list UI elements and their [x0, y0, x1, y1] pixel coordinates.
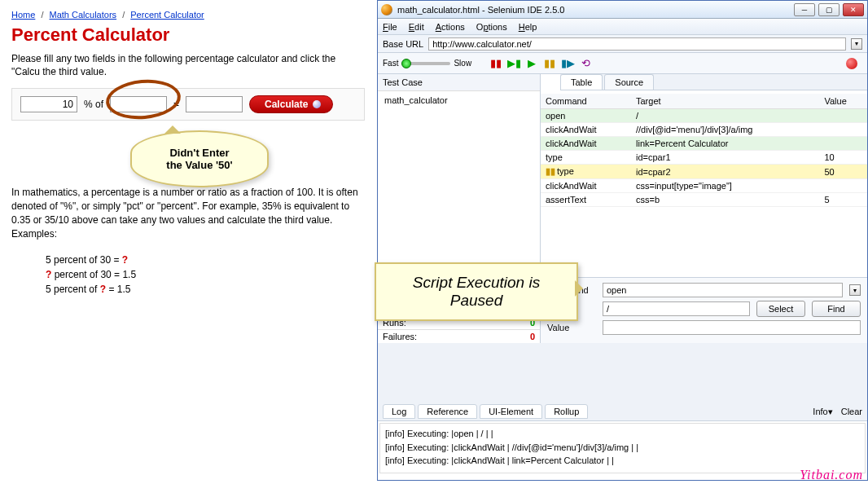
of-label: % of — [84, 99, 103, 110]
detail-target-input[interactable] — [603, 301, 750, 316]
tab-log[interactable]: Log — [383, 404, 415, 419]
breadcrumb-home[interactable]: Home — [11, 10, 35, 20]
rollup-icon[interactable]: ⟲ — [579, 57, 592, 70]
log-info-link[interactable]: Info▾ — [813, 407, 832, 417]
menu-file[interactable]: File — [383, 22, 397, 32]
commands-pane: Table Source Command Target Value open/c… — [541, 74, 867, 343]
result-input[interactable] — [186, 96, 243, 112]
callout-paused: Script Execution is Paused — [375, 262, 578, 321]
log-pane: Log Reference UI-Element Rollup Info▾ Cl… — [377, 403, 868, 481]
baseurl-label: Base URL — [383, 39, 423, 49]
table-row[interactable]: clickAndWaitcss=input[type="image"] — [541, 179, 867, 193]
col-target: Target — [631, 94, 819, 109]
tab-ui-element[interactable]: UI-Element — [480, 404, 542, 419]
close-button[interactable]: ✕ — [843, 3, 864, 16]
examples-list: 5 percent of 30 = ? ? percent of 30 = 1.… — [46, 253, 365, 297]
log-body: [info] Executing: |open | / | |[info] Ex… — [379, 423, 866, 473]
command-table: Command Target Value open/clickAndWait//… — [541, 94, 867, 207]
minimize-button[interactable]: ─ — [794, 3, 815, 16]
breadcrumb-percent[interactable]: Percent Calculator — [130, 10, 204, 20]
cpar1-input[interactable] — [20, 96, 77, 112]
table-row[interactable]: assertTextcss=b5 — [541, 193, 867, 207]
arrow-icon — [313, 100, 321, 108]
description-text: In mathematics, a percentage is a number… — [11, 186, 365, 240]
callout-didnt-enter: Didn't Enter the Value '50' — [130, 130, 269, 187]
log-line: [info] Executing: |clickAndWait | //div[… — [385, 441, 860, 455]
intro-text: Please fill any two fields in the follow… — [11, 52, 365, 78]
firefox-icon — [381, 4, 392, 15]
menu-options[interactable]: Options — [476, 22, 507, 32]
table-row[interactable]: clickAndWait//div[@id='menu']/div[3]/a/i… — [541, 123, 867, 137]
record-icon[interactable] — [846, 58, 857, 69]
pause-marker-icon: ▮▮ — [546, 166, 555, 176]
pause-all-icon[interactable]: ▮▮ — [489, 57, 502, 70]
table-row[interactable]: clickAndWaitlink=Percent Calculator — [541, 137, 867, 151]
menubar: File Edit Actions Options Help — [378, 19, 867, 35]
table-row[interactable]: open/ — [541, 109, 867, 123]
command-dropdown[interactable]: ▾ — [849, 284, 861, 296]
failures-count: 0 — [530, 332, 535, 341]
watermark: Yitbai.com — [800, 468, 863, 482]
titlebar: math_calculator.html - Selenium IDE 2.5.… — [378, 1, 867, 19]
speed-slider[interactable]: Fast Slow — [383, 59, 471, 68]
selenium-ide-window: math_calculator.html - Selenium IDE 2.5.… — [377, 0, 868, 407]
select-button[interactable]: Select — [756, 301, 805, 317]
find-button[interactable]: Find — [812, 301, 861, 317]
testcase-header: Test Case — [378, 74, 540, 91]
testcase-item[interactable]: math_calculator — [378, 93, 540, 108]
tab-reference[interactable]: Reference — [418, 404, 477, 419]
maximize-button[interactable]: ▢ — [818, 3, 840, 16]
log-line: [info] Executing: |clickAndWait | link=P… — [385, 454, 860, 468]
calculator-page: Home / Math Calculators / Percent Calcul… — [0, 0, 376, 484]
log-clear-link[interactable]: Clear — [841, 407, 862, 417]
detail-command-input[interactable] — [603, 283, 843, 297]
detail-value-label: Value — [547, 323, 596, 332]
menu-edit[interactable]: Edit — [409, 22, 424, 32]
step-icon[interactable]: ▮▶ — [561, 57, 574, 70]
page-title: Percent Calculator — [11, 24, 365, 46]
play-suite-icon[interactable]: ▶▮ — [507, 57, 520, 70]
baseurl-dropdown[interactable]: ▾ — [851, 38, 862, 50]
breadcrumb: Home / Math Calculators / Percent Calcul… — [11, 10, 365, 20]
menu-help[interactable]: Help — [519, 22, 537, 32]
table-row[interactable]: ▮▮typeid=cpar250 — [541, 165, 867, 179]
tab-table[interactable]: Table — [560, 74, 603, 90]
baseurl-row: Base URL ▾ — [378, 35, 867, 53]
col-command: Command — [541, 94, 631, 109]
menu-actions[interactable]: Actions — [436, 22, 465, 32]
window-title: math_calculator.html - Selenium IDE 2.5.… — [397, 5, 794, 15]
cpar2-input[interactable] — [110, 96, 167, 112]
toolbar: Fast Slow ▮▮ ▶▮ ▶ ▮▮ ▮▶ ⟲ — [378, 53, 867, 74]
pause-icon[interactable]: ▮▮ — [543, 57, 556, 70]
detail-value-input[interactable] — [603, 320, 861, 335]
baseurl-input[interactable] — [428, 37, 846, 51]
calc-box: % of = Calculate — [11, 88, 365, 121]
col-value: Value — [819, 94, 867, 109]
table-row[interactable]: typeid=cpar110 — [541, 151, 867, 165]
equals-label: = — [173, 99, 179, 110]
tab-rollup[interactable]: Rollup — [545, 404, 588, 419]
play-test-icon[interactable]: ▶ — [525, 57, 538, 70]
calculate-button[interactable]: Calculate — [249, 95, 333, 113]
tab-source[interactable]: Source — [604, 74, 654, 90]
log-line: [info] Executing: |open | / | | — [385, 427, 860, 441]
breadcrumb-math[interactable]: Math Calculators — [50, 10, 117, 20]
